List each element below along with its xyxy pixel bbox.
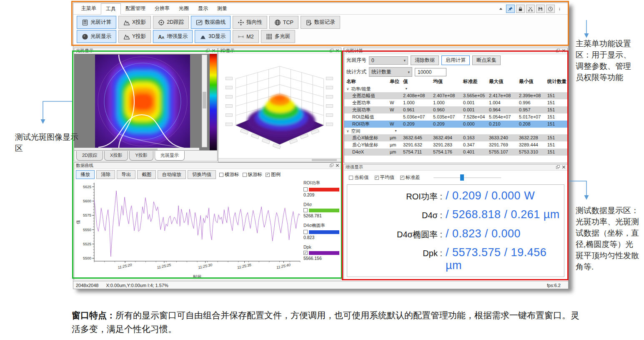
table-row[interactable]: 全图功率W1.0001.0000.0011.0040.996151 [344, 99, 567, 106]
spot-index-label: 光斑序号 [346, 57, 366, 64]
calc-button-启用计算[interactable]: 启用计算 [441, 55, 470, 65]
enhanced-value: / 5573.575 / 19.456 µm [446, 246, 560, 272]
font-size-slider-handle[interactable] [460, 174, 464, 181]
beam-image[interactable] [95, 55, 190, 148]
toolbar-button-数据曲线[interactable]: 数据曲线 [191, 16, 231, 29]
legend-checkbox[interactable] [303, 230, 308, 234]
enhance-text-icon: AA [158, 33, 165, 40]
svg-text:11:25:20: 11:25:20 [118, 263, 133, 270]
table-row[interactable]: 质心Y轴坐标µm3291.6323291.2830.3473291.769328… [344, 141, 567, 149]
calc-button-断点采集[interactable]: 断点采集 [472, 55, 501, 65]
toolbar-button-TCP[interactable]: TCP [269, 16, 298, 29]
toolbar-button-3D显示[interactable]: 3D显示 [195, 30, 231, 43]
curve-button-截图[interactable]: 截图 [137, 170, 156, 179]
lock-icon[interactable] [516, 5, 525, 13]
close-panel-icon[interactable] [334, 163, 340, 168]
horizontal-scrollbar[interactable] [218, 158, 341, 162]
panel-titlebar: 数据曲线 [74, 163, 341, 169]
menu-tab-主菜单[interactable]: 主菜单 [77, 3, 101, 14]
scissors-icon[interactable] [526, 5, 535, 13]
enhanced-value: / 5268.818 / 0.261 µm [446, 208, 560, 221]
svg-text:5625: 5625 [83, 185, 91, 189]
projection-y-icon [123, 33, 130, 40]
curve-checkbox-纵游标[interactable]: 纵游标 [243, 171, 263, 178]
curve-checkbox-图例[interactable]: 图例 [266, 171, 281, 178]
filter-caret-icon[interactable]: ▾ [395, 128, 397, 134]
menu-tab-工具[interactable]: 工具 [101, 3, 121, 15]
curve-chart[interactable]: 55005525555055755600562511:25:2011:25:25… [75, 179, 303, 280]
beam-tab-光斑显示[interactable]: 光斑显示 [155, 151, 185, 161]
toolbar-button-光斑显示[interactable]: 光斑显示 [77, 30, 116, 43]
toolbar-button-指向性[interactable]: 指向性 [233, 16, 267, 29]
vertical-scrollbar[interactable] [202, 55, 207, 147]
table-group-row[interactable]: ∨功率/能量▾ [344, 86, 567, 92]
legend-entry-ROI功率: ROI功率0.209 [303, 180, 339, 197]
toolbar-button-增强显示[interactable]: AA增强显示 [153, 30, 193, 43]
legend-checkbox[interactable] [303, 251, 308, 255]
enhanced-checkbox-当前值[interactable]: 当前值 [349, 174, 369, 181]
close-panel-icon[interactable] [561, 164, 566, 169]
info-icon[interactable]: i [556, 5, 564, 13]
legend-checkbox[interactable] [303, 208, 308, 212]
svg-text:A: A [162, 35, 164, 40]
float-panel-icon[interactable] [328, 163, 334, 168]
close-panel-icon[interactable] [210, 48, 216, 53]
clock-icon[interactable] [546, 5, 555, 13]
table-header-cell: 值 [403, 78, 433, 86]
menu-tab-光圈[interactable]: 光圈 [174, 3, 193, 14]
table-group-row[interactable]: ∨空间▾ [344, 128, 567, 134]
enhanced-checkbox-标准差[interactable]: 标准差 [400, 174, 420, 181]
toolbar-button-M2[interactable]: M2 [233, 30, 258, 43]
stat-count-spinner[interactable]: 10000 ▴▾ [415, 68, 446, 76]
save-icon[interactable] [536, 5, 545, 13]
curve-button-自动缩放[interactable]: 自动缩放 [158, 170, 186, 179]
curve-button-切换均值[interactable]: 切换均值 [188, 170, 216, 179]
toolbar-button-X投影[interactable]: X投影 [118, 16, 151, 29]
tracking-2d-icon [158, 19, 165, 26]
legend-checkbox[interactable] [303, 187, 308, 191]
curve-button-播放[interactable]: 播放 [76, 170, 95, 179]
checkbox-icon [266, 173, 270, 177]
pin-icon[interactable] [506, 5, 515, 13]
toolbar-button-数据记录[interactable]: 数据记录 [301, 16, 340, 29]
toolbar-button-光斑计算[interactable]: 光斑计算 [77, 16, 116, 29]
toolbar-button-2D跟踪[interactable]: 2D跟踪 [153, 16, 189, 29]
curve-button-导出[interactable]: 导出 [117, 170, 135, 179]
table-row[interactable]: 质心X轴坐标µm3632.6453632.4940.1633633.240363… [344, 134, 567, 141]
surface-3d-plot[interactable] [218, 54, 341, 159]
panel-titlebar: 光斑显示 [74, 48, 217, 54]
beam-tab-X投影[interactable]: X投影 [104, 151, 128, 161]
curve-checkbox-横游标[interactable]: 横游标 [219, 171, 239, 178]
collapse-arrow-icon[interactable] [497, 5, 505, 13]
stat-mode-select[interactable]: 统计数量 ▾ [369, 67, 412, 77]
menu-tab-测量[interactable]: 测量 [213, 3, 232, 14]
table-row[interactable]: ROI总幅值5.036e+075.035e+077.528e+045.054e+… [344, 113, 567, 121]
table-row[interactable]: 全图总幅值2.408e+082.407e+083.565e+052.417e+0… [344, 92, 567, 99]
table-row[interactable]: 光斑功率W0.9610.9600.0010.9640.957151 [344, 106, 567, 113]
panel-title: 增强显示 [346, 164, 363, 170]
close-panel-icon[interactable] [561, 48, 566, 53]
close-panel-icon[interactable] [334, 48, 340, 53]
float-panel-icon[interactable] [328, 48, 334, 53]
menu-tab-分辨率[interactable]: 分辨率 [150, 3, 174, 14]
float-panel-icon[interactable] [555, 164, 561, 169]
filter-caret-icon[interactable]: ▾ [406, 86, 407, 92]
menu-tab-显示[interactable]: 显示 [193, 3, 213, 14]
toolbar-button-Y投影[interactable]: Y投影 [118, 30, 151, 43]
legend-color-bar [309, 230, 339, 234]
image-size-text: 2048x2048 [76, 283, 98, 288]
table-row[interactable]: ROI功率W0.2090.2090.0000.2100.208151 [344, 121, 567, 128]
checkbox-icon [375, 176, 379, 180]
calc-button-清除数据[interactable]: 清除数据 [411, 55, 439, 65]
panel-titlebar: 光斑计算 [344, 48, 567, 54]
beam-tab-Y投影[interactable]: Y投影 [129, 151, 153, 161]
table-row[interactable]: D4σXµm5754.7115754.1760.4015755.1075753.… [344, 149, 567, 156]
menu-tab-配置管理[interactable]: 配置管理 [121, 3, 150, 14]
spot-index-select[interactable]: 0 ▾ [369, 56, 408, 65]
font-size-slider-track[interactable] [434, 177, 501, 178]
float-panel-icon[interactable] [205, 48, 210, 53]
float-panel-icon[interactable] [555, 48, 561, 53]
toolbar-button-多光斑[interactable]: 多光斑 [261, 30, 296, 43]
curve-button-清除[interactable]: 清除 [96, 170, 115, 179]
enhanced-checkbox-平均值[interactable]: 平均值 [375, 174, 395, 181]
